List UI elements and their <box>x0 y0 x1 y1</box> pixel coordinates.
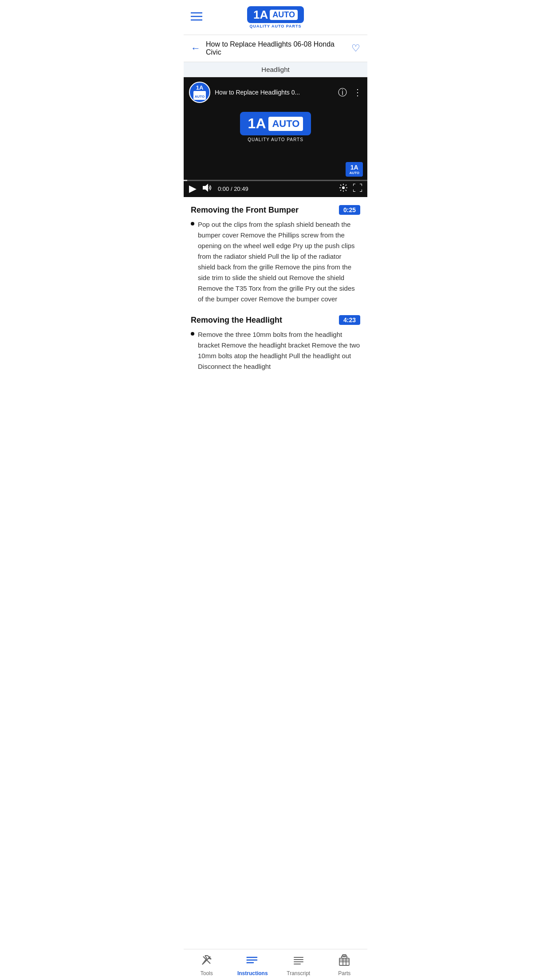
video-settings-button[interactable] <box>339 183 348 194</box>
app-logo: 1A AUTO QUALITY AUTO PARTS <box>247 6 304 28</box>
section-header-headlight: Removing the Headlight 4:23 <box>191 307 360 329</box>
video-time: 0:00 / 20:49 <box>218 186 334 192</box>
nav-bar: ← How to Replace Headlights 06-08 Honda … <box>184 35 367 62</box>
section-time-headlight[interactable]: 4:23 <box>339 315 360 325</box>
bullet-dot <box>191 332 194 336</box>
instructions-content: Removing the Front Bumper 0:25 Pop out t… <box>184 197 367 419</box>
page-title: How to Replace Headlights 06-08 Honda Ci… <box>206 40 351 56</box>
video-badge: 1A AUTO <box>346 162 363 177</box>
video-player: 1A AUTO How to Replace Headlights 0... ⓘ… <box>184 77 367 197</box>
video-logo: 1A AUTO <box>240 112 311 135</box>
svg-point-4 <box>342 186 345 189</box>
section-time-bumper[interactable]: 0:25 <box>339 205 360 215</box>
bullet-text: Pop out the clips from the splash shield… <box>198 219 360 304</box>
bullet-dot <box>191 222 194 225</box>
list-item: Pop out the clips from the splash shield… <box>191 219 360 304</box>
video-more-button[interactable]: ⋮ <box>353 87 362 98</box>
section-header-bumper: Removing the Front Bumper 0:25 <box>191 197 360 219</box>
bullet-text: Remove the three 10mm bolts from the hea… <box>198 329 360 372</box>
category-label: Headlight <box>184 62 367 77</box>
list-item: Remove the three 10mm bolts from the hea… <box>191 329 360 372</box>
svg-marker-3 <box>203 184 208 192</box>
favorite-button[interactable]: ♡ <box>351 43 360 54</box>
video-title: How to Replace Headlights 0... <box>215 89 334 96</box>
volume-button[interactable] <box>202 183 213 194</box>
back-button[interactable]: ← <box>191 43 201 54</box>
channel-icon: 1A AUTO <box>189 82 210 103</box>
video-controls: ▶ 0:00 / 20:49 <box>184 181 367 197</box>
fullscreen-button[interactable] <box>353 184 362 194</box>
section-title-headlight: Removing the Headlight <box>191 316 282 325</box>
video-info-button[interactable]: ⓘ <box>338 87 347 99</box>
section-title-bumper: Removing the Front Bumper <box>191 205 299 215</box>
app-header: 1A AUTO QUALITY AUTO PARTS <box>184 0 367 35</box>
menu-button[interactable] <box>191 12 202 23</box>
play-button[interactable]: ▶ <box>189 183 197 194</box>
